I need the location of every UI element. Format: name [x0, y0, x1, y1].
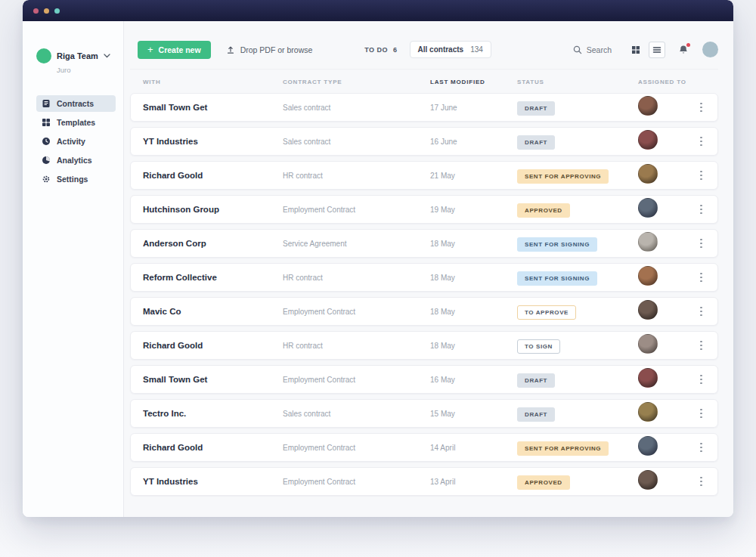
table-row[interactable]: Richard Goold HR contract 21 May SENT FO…: [130, 161, 718, 190]
row-contract-type: Sales contract: [283, 138, 430, 146]
notifications-button[interactable]: [678, 45, 689, 55]
row-contract-type: Employment Contract: [283, 444, 430, 452]
contracts-count: 134: [470, 45, 483, 54]
assignee-avatar: [638, 300, 658, 320]
row-last-modified: 17 June: [430, 104, 517, 112]
row-menu-button[interactable]: [697, 134, 705, 150]
table-row[interactable]: Richard Goold Employment Contract 14 Apr…: [130, 433, 718, 462]
row-menu-button[interactable]: [697, 168, 705, 184]
row-with: Mavic Co: [143, 307, 283, 316]
column-header-assigned-to[interactable]: ASSIGNED TO: [638, 79, 690, 85]
toolbar: + Create new Drop PDF or browse TO DO: [130, 33, 718, 70]
sidebar-item-label: Templates: [57, 118, 95, 127]
sidebar-item-analytics[interactable]: Analytics: [36, 152, 116, 169]
upload-icon: [226, 45, 235, 54]
search-icon: [573, 45, 582, 54]
row-with: Reform Collective: [143, 273, 283, 282]
list-view-button[interactable]: [649, 42, 665, 58]
status-badge: DRAFT: [517, 373, 555, 388]
row-last-modified: 21 May: [430, 172, 517, 180]
table-row[interactable]: Small Town Get Employment Contract 16 Ma…: [130, 365, 718, 394]
sidebar-item-templates[interactable]: Templates: [36, 114, 116, 131]
row-with: YT Industries: [143, 137, 283, 146]
row-last-modified: 16 May: [430, 376, 517, 384]
table-row[interactable]: Reform Collective HR contract 18 May SEN…: [130, 263, 718, 292]
main-panel: + Create new Drop PDF or browse TO DO: [124, 21, 733, 517]
assignee-avatar: [638, 402, 658, 422]
row-last-modified: 18 May: [430, 240, 517, 248]
row-menu-button[interactable]: [697, 406, 705, 422]
table-header: WITH CONTRACT TYPE LAST MODIFIED STATUS …: [130, 70, 718, 93]
row-contract-type: HR contract: [283, 274, 430, 282]
all-contracts-filter[interactable]: All contracts 134: [410, 41, 491, 58]
row-last-modified: 16 June: [430, 138, 517, 146]
status-badge: DRAFT: [517, 101, 555, 116]
row-contract-type: Sales contract: [283, 104, 430, 112]
drop-pdf-label: Drop PDF or browse: [240, 45, 313, 54]
table-row[interactable]: Richard Goold HR contract 18 May TO SIGN: [130, 331, 718, 360]
row-contract-type: HR contract: [283, 172, 430, 180]
maximize-window-icon[interactable]: [54, 8, 60, 14]
row-menu-button[interactable]: [697, 372, 705, 388]
table-row[interactable]: Anderson Corp Service Agreement 18 May S…: [130, 229, 718, 258]
drop-pdf-button[interactable]: Drop PDF or browse: [226, 45, 313, 54]
assignee-avatar: [638, 266, 658, 286]
sidebar-item-label: Activity: [57, 137, 85, 146]
row-contract-type: Employment Contract: [283, 308, 430, 316]
search-button[interactable]: Search: [573, 45, 612, 54]
minimize-window-icon[interactable]: [44, 8, 49, 14]
column-header-status[interactable]: STATUS: [517, 79, 638, 85]
settings-icon: [42, 175, 51, 184]
assignee-avatar: [638, 164, 658, 184]
table-row[interactable]: Small Town Get Sales contract 17 June DR…: [130, 93, 718, 122]
row-menu-button[interactable]: [697, 338, 705, 354]
row-last-modified: 18 May: [430, 342, 517, 350]
sidebar-item-contracts[interactable]: Contracts: [36, 95, 116, 112]
row-menu-button[interactable]: [697, 236, 705, 252]
row-last-modified: 14 April: [430, 444, 517, 452]
row-with: Tectro Inc.: [143, 409, 283, 418]
status-badge: DRAFT: [517, 135, 555, 150]
row-with: YT Industries: [143, 477, 283, 486]
sidebar-item-activity[interactable]: Activity: [36, 133, 116, 150]
close-window-icon[interactable]: [33, 8, 39, 14]
row-menu-button[interactable]: [697, 202, 705, 218]
status-badge: SENT FOR APPROVING: [517, 441, 609, 456]
row-contract-type: Service Agreement: [283, 240, 430, 248]
row-menu-button[interactable]: [697, 304, 705, 320]
row-with: Richard Goold: [143, 443, 283, 452]
sidebar-item-settings[interactable]: Settings: [36, 171, 116, 187]
column-header-with[interactable]: WITH: [143, 79, 283, 85]
table-row[interactable]: YT Industries Employment Contract 13 Apr…: [130, 467, 718, 496]
team-switcher[interactable]: Riga Team: [36, 48, 116, 63]
sidebar-item-label: Settings: [57, 175, 88, 184]
grid-view-button[interactable]: [627, 42, 644, 58]
row-menu-button[interactable]: [697, 440, 705, 456]
team-avatar: [36, 48, 51, 63]
row-last-modified: 13 April: [430, 478, 517, 486]
column-header-last-modified[interactable]: LAST MODIFIED: [430, 79, 517, 85]
table-row[interactable]: Mavic Co Employment Contract 18 May TO A…: [130, 297, 718, 326]
table-row[interactable]: Tectro Inc. Sales contract 15 May DRAFT: [130, 399, 718, 428]
row-menu-button[interactable]: [697, 100, 705, 116]
row-menu-button[interactable]: [697, 270, 705, 286]
row-with: Hutchinson Group: [143, 205, 283, 214]
todo-filter[interactable]: TO DO 6: [364, 46, 397, 54]
table-row[interactable]: YT Industries Sales contract 16 June DRA…: [130, 127, 718, 156]
row-with: Small Town Get: [143, 103, 283, 112]
analytics-icon: [42, 156, 51, 165]
status-badge: TO APPROVE: [517, 305, 576, 320]
status-badge: SENT FOR SIGNING: [517, 271, 597, 286]
row-last-modified: 18 May: [430, 274, 517, 282]
grid-view-icon: [631, 45, 640, 54]
column-header-contract-type[interactable]: CONTRACT TYPE: [283, 79, 430, 85]
create-new-button[interactable]: + Create new: [138, 41, 211, 59]
table-row[interactable]: Hutchinson Group Employment Contract 19 …: [130, 195, 718, 224]
templates-icon: [42, 118, 51, 127]
search-label: Search: [587, 45, 612, 54]
row-last-modified: 15 May: [430, 410, 517, 418]
row-menu-button[interactable]: [697, 474, 705, 490]
plus-icon: +: [147, 46, 153, 54]
user-avatar[interactable]: [702, 42, 718, 57]
row-last-modified: 19 May: [430, 206, 517, 214]
